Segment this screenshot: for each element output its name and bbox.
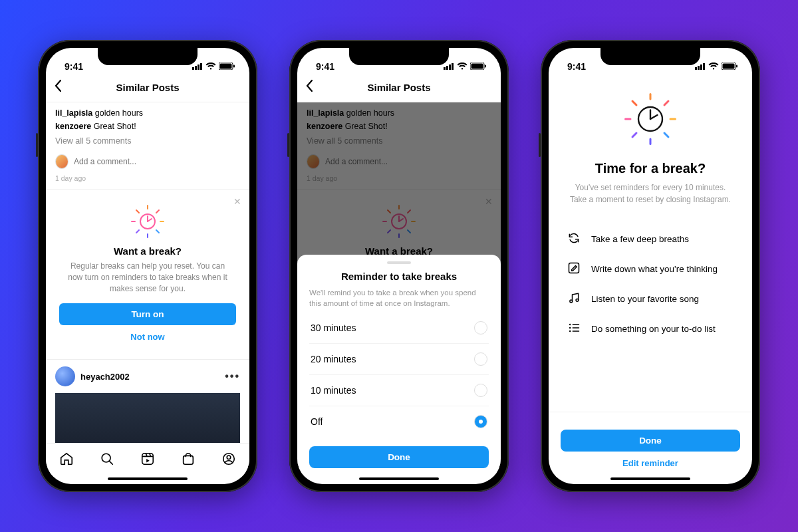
svg-line-62 <box>650 115 658 119</box>
comment-text: golden hours <box>95 108 143 118</box>
svg-rect-28 <box>446 66 448 70</box>
phone-notch <box>349 48 449 65</box>
home-indicator[interactable] <box>610 477 690 480</box>
svg-rect-33 <box>485 65 486 68</box>
feed-content[interactable]: lil_lapisla golden hours kenzoere Great … <box>46 102 249 443</box>
svg-rect-45 <box>695 67 697 70</box>
radio-icon[interactable] <box>474 352 487 366</box>
prompt-title: Want a break? <box>59 245 236 257</box>
clock-icon <box>566 93 735 145</box>
radio-icon[interactable] <box>474 321 487 334</box>
svg-line-13 <box>156 210 159 213</box>
reminder-option[interactable]: 30 minutes <box>309 313 489 344</box>
reminder-option[interactable]: 20 minutes <box>309 344 489 375</box>
option-label: Off <box>311 416 323 427</box>
svg-point-66 <box>569 324 571 326</box>
svg-line-19 <box>109 461 112 464</box>
tip-text: Take a few deep breaths <box>591 234 689 244</box>
break-title: Time for a break? <box>566 161 735 176</box>
close-icon[interactable]: ✕ <box>233 196 241 207</box>
turn-on-button[interactable]: Turn on <box>59 303 236 325</box>
reminder-option[interactable]: Off <box>309 406 489 437</box>
signal-icon <box>444 61 454 72</box>
profile-tab-icon[interactable] <box>221 452 236 469</box>
status-time: 9:41 <box>316 61 334 72</box>
svg-rect-1 <box>195 66 197 70</box>
page-title: Similar Posts <box>367 82 430 93</box>
svg-rect-24 <box>184 456 194 464</box>
radio-icon-selected[interactable] <box>474 415 487 428</box>
list-icon <box>567 321 581 336</box>
tip-row: Take a few deep breaths <box>566 224 735 254</box>
comment-user: kenzoere <box>55 122 91 131</box>
svg-line-11 <box>136 210 139 213</box>
home-indicator[interactable] <box>359 477 439 480</box>
post-author[interactable]: heyach2002 <box>55 366 130 386</box>
music-icon <box>567 291 581 307</box>
status-time: 9:41 <box>65 61 83 72</box>
svg-line-56 <box>632 101 636 105</box>
break-tips-list: Take a few deep breaths Write down what … <box>566 224 735 344</box>
status-indicators <box>444 61 486 72</box>
option-label: 30 minutes <box>311 323 356 333</box>
back-icon[interactable] <box>305 79 313 96</box>
avatar-icon <box>55 366 75 386</box>
write-icon <box>567 261 581 277</box>
shop-tab-icon[interactable] <box>181 452 196 469</box>
sheet-title: Reminder to take breaks <box>309 271 489 282</box>
comment-row[interactable]: kenzoere Great Shot! <box>55 120 240 133</box>
nav-header: Similar Posts <box>297 73 501 102</box>
status-indicators <box>695 61 737 72</box>
more-icon[interactable]: ••• <box>225 370 240 382</box>
next-post-header: heyach2002 ••• <box>46 360 249 443</box>
clock-icon <box>59 204 236 239</box>
sheet-grabber[interactable] <box>387 261 411 264</box>
comment-user: lil_lapisla <box>55 108 92 118</box>
comment-text: Great Shot! <box>94 122 136 131</box>
svg-rect-30 <box>452 63 454 70</box>
svg-rect-50 <box>723 64 735 69</box>
svg-rect-47 <box>700 65 702 70</box>
tip-text: Listen to your favorite song <box>591 294 699 304</box>
post-timestamp: 1 day ago <box>46 172 249 189</box>
sheet-description: We'll remind you to take a break when yo… <box>309 287 489 309</box>
svg-point-64 <box>570 300 573 303</box>
phone-screen-1: 9:41 Similar Posts lil_lapisla golden ho… <box>46 48 249 484</box>
not-now-button[interactable]: Not now <box>59 325 236 348</box>
done-button[interactable]: Done <box>309 446 489 468</box>
wifi-icon <box>205 61 216 72</box>
svg-rect-0 <box>192 67 194 70</box>
battery-icon <box>470 61 486 72</box>
reels-tab-icon[interactable] <box>140 452 155 469</box>
radio-icon[interactable] <box>474 384 487 397</box>
break-subtitle: You've set reminders for every 10 minute… <box>566 182 735 205</box>
add-comment-row[interactable] <box>46 152 249 172</box>
edit-reminder-button[interactable]: Edit reminder <box>561 452 740 475</box>
status-time: 9:41 <box>567 61 586 72</box>
wifi-icon <box>457 61 467 72</box>
search-tab-icon[interactable] <box>100 452 114 469</box>
tip-row: Listen to your favorite song <box>566 284 735 314</box>
phone-mockup-1: 9:41 Similar Posts lil_lapisla golden ho… <box>38 40 257 492</box>
add-comment-input[interactable] <box>74 157 240 166</box>
post-image[interactable] <box>55 393 240 443</box>
svg-rect-46 <box>698 66 700 70</box>
home-tab-icon[interactable] <box>59 452 74 469</box>
feed-content-dimmed: lil_lapisla golden hours kenzoere Great … <box>297 102 501 476</box>
signal-icon <box>192 61 203 72</box>
back-icon[interactable] <box>54 79 62 96</box>
svg-rect-6 <box>233 65 235 68</box>
svg-line-12 <box>156 230 159 233</box>
svg-rect-48 <box>703 63 705 70</box>
refresh-icon <box>567 231 581 247</box>
svg-rect-51 <box>736 65 737 68</box>
reminder-option[interactable]: 10 minutes <box>309 375 489 406</box>
done-button[interactable]: Done <box>561 430 740 452</box>
svg-line-14 <box>136 230 139 233</box>
comment-row[interactable]: lil_lapisla golden hours <box>55 106 240 120</box>
post-comments: lil_lapisla golden hours kenzoere Great … <box>46 102 249 152</box>
svg-line-59 <box>632 133 636 137</box>
view-all-comments-link[interactable]: View all 5 comments <box>55 134 240 148</box>
home-indicator[interactable] <box>108 477 188 480</box>
svg-point-67 <box>569 327 571 329</box>
